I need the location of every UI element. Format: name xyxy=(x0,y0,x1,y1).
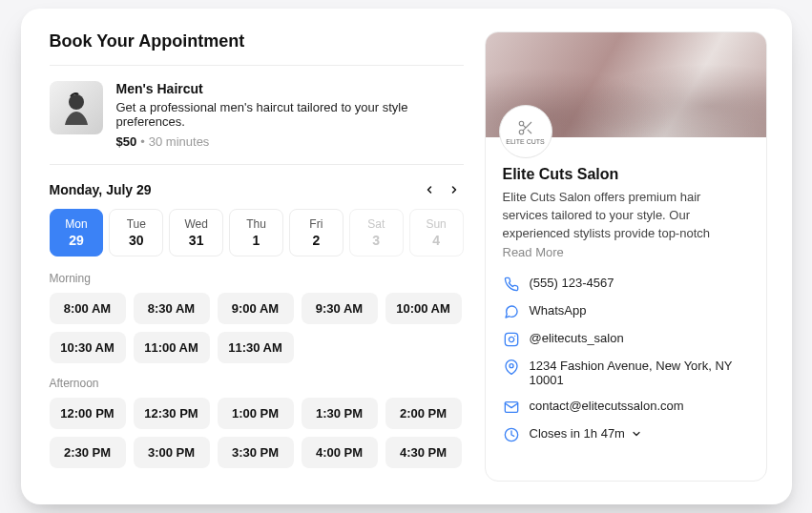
contact-instagram-text: @elitecuts_salon xyxy=(530,331,749,345)
time-slot[interactable]: 1:00 PM xyxy=(218,398,294,429)
day-cell[interactable]: Mon29 xyxy=(50,209,104,256)
day-number: 4 xyxy=(410,233,463,248)
afternoon-slots: 12:00 PM12:30 PM1:00 PM1:30 PM2:00 PM2:3… xyxy=(50,398,464,468)
contact-hours[interactable]: Closes in 1h 47m xyxy=(503,426,749,442)
date-header: Monday, July 29 xyxy=(50,180,464,199)
time-slot[interactable]: 9:30 AM xyxy=(302,293,378,324)
contact-address[interactable]: 1234 Fashion Avenue, New York, NY 10001 xyxy=(503,359,749,387)
morning-slots: 8:00 AM8:30 AM9:00 AM9:30 AM10:00 AM10:3… xyxy=(50,293,464,363)
svg-line-5 xyxy=(523,125,526,128)
svg-line-4 xyxy=(527,129,531,133)
time-slot[interactable]: 8:30 AM xyxy=(134,293,210,324)
service-summary: Men's Haircut Get a professional men's h… xyxy=(50,81,464,149)
service-body: Men's Haircut Get a professional men's h… xyxy=(116,81,464,149)
business-sidebar: ELITE CUTS Elite Cuts Salon Elite Cuts S… xyxy=(485,31,767,482)
time-slot[interactable]: 2:30 PM xyxy=(50,437,126,468)
service-price: $50 xyxy=(116,134,137,149)
afternoon-label: Afternoon xyxy=(50,377,464,390)
service-duration: 30 minutes xyxy=(149,134,210,149)
time-slot[interactable]: 10:30 AM xyxy=(50,332,126,363)
booking-left-column: Book Your Appointment Men's Haircut Get … xyxy=(50,31,464,482)
next-week-button[interactable] xyxy=(445,180,464,199)
clock-icon xyxy=(503,426,520,442)
service-meta: $50•30 minutes xyxy=(116,134,464,149)
days-row: Mon29Tue30Wed31Thu1Fri2Sat3Sun4 xyxy=(50,209,464,256)
day-cell: Sat3 xyxy=(349,209,404,256)
chevron-down-icon xyxy=(631,428,642,440)
time-slot[interactable]: 9:00 AM xyxy=(218,293,294,324)
contact-address-text: 1234 Fashion Avenue, New York, NY 10001 xyxy=(530,359,749,387)
prev-week-button[interactable] xyxy=(420,180,439,199)
time-slot[interactable]: 11:30 AM xyxy=(218,332,294,363)
day-cell[interactable]: Tue30 xyxy=(109,209,163,256)
time-slot[interactable]: 3:30 PM xyxy=(218,437,294,468)
svg-point-1 xyxy=(519,121,524,126)
day-of-week: Thu xyxy=(230,217,282,231)
business-name: Elite Cuts Salon xyxy=(503,166,749,183)
day-cell[interactable]: Thu1 xyxy=(229,209,283,256)
time-slot[interactable]: 10:00 AM xyxy=(385,293,462,324)
divider xyxy=(50,164,464,165)
mail-icon xyxy=(503,399,520,415)
week-nav xyxy=(420,180,464,199)
day-number: 29 xyxy=(51,233,103,248)
business-logo-text: ELITE CUTS xyxy=(506,138,544,145)
contact-instagram[interactable]: @elitecuts_salon xyxy=(503,331,749,347)
contact-whatsapp[interactable]: WhatsApp xyxy=(503,303,749,319)
instagram-icon xyxy=(503,331,520,347)
divider xyxy=(50,65,464,66)
svg-point-8 xyxy=(510,363,513,367)
page-title: Book Your Appointment xyxy=(50,31,464,51)
day-of-week: Fri xyxy=(290,217,343,231)
booking-card: Book Your Appointment Men's Haircut Get … xyxy=(21,9,792,504)
business-logo: ELITE CUTS xyxy=(499,105,552,158)
contact-email-text: contact@elitecutssalon.com xyxy=(530,399,749,413)
phone-icon xyxy=(503,276,520,292)
hours-label: Closes in 1h 47m xyxy=(530,426,625,441)
contact-phone[interactable]: (555) 123-4567 xyxy=(503,276,749,292)
day-of-week: Sun xyxy=(410,217,463,231)
day-number: 30 xyxy=(110,233,162,248)
business-body: Elite Cuts Salon Elite Cuts Salon offers… xyxy=(486,137,766,458)
svg-point-2 xyxy=(519,130,524,134)
chevron-left-icon xyxy=(424,184,435,195)
time-slot[interactable]: 4:00 PM xyxy=(302,437,378,468)
read-more-link[interactable]: Read More xyxy=(503,245,564,259)
day-cell[interactable]: Fri2 xyxy=(289,209,344,256)
morning-label: Morning xyxy=(50,272,464,285)
time-slot[interactable]: 12:30 PM xyxy=(134,398,210,429)
day-of-week: Mon xyxy=(51,217,103,231)
service-image xyxy=(50,81,103,134)
day-number: 3 xyxy=(350,233,403,248)
time-slot[interactable]: 4:30 PM xyxy=(385,437,462,468)
map-pin-icon xyxy=(503,359,520,375)
service-description: Get a professional men's haircut tailore… xyxy=(116,100,464,129)
day-cell: Sun4 xyxy=(409,209,464,256)
time-slot[interactable]: 1:30 PM xyxy=(302,398,378,429)
business-banner: ELITE CUTS xyxy=(486,32,766,137)
whatsapp-icon xyxy=(503,303,520,319)
day-of-week: Wed xyxy=(170,217,222,231)
day-number: 31 xyxy=(170,233,222,248)
time-slot[interactable]: 8:00 AM xyxy=(50,293,126,324)
time-slot[interactable]: 3:00 PM xyxy=(134,437,210,468)
contact-email[interactable]: contact@elitecutssalon.com xyxy=(503,399,749,415)
service-name: Men's Haircut xyxy=(116,81,464,96)
meta-separator: • xyxy=(136,134,149,149)
svg-rect-6 xyxy=(505,333,517,345)
contact-list: (555) 123-4567 WhatsApp @elitecuts_salon xyxy=(503,276,749,442)
day-of-week: Tue xyxy=(110,217,162,231)
day-cell[interactable]: Wed31 xyxy=(169,209,223,256)
time-slot[interactable]: 12:00 PM xyxy=(50,398,126,429)
chevron-right-icon xyxy=(448,184,460,195)
scissors-icon xyxy=(517,119,534,136)
contact-hours-text: Closes in 1h 47m xyxy=(530,426,749,441)
time-slot[interactable]: 2:00 PM xyxy=(385,398,462,429)
business-description: Elite Cuts Salon offers premium hair ser… xyxy=(503,189,749,243)
day-of-week: Sat xyxy=(350,217,403,231)
day-number: 1 xyxy=(230,233,282,248)
contact-whatsapp-text: WhatsApp xyxy=(530,303,749,318)
time-slot[interactable]: 11:00 AM xyxy=(134,332,210,363)
day-number: 2 xyxy=(290,233,343,248)
contact-phone-text: (555) 123-4567 xyxy=(530,276,749,290)
